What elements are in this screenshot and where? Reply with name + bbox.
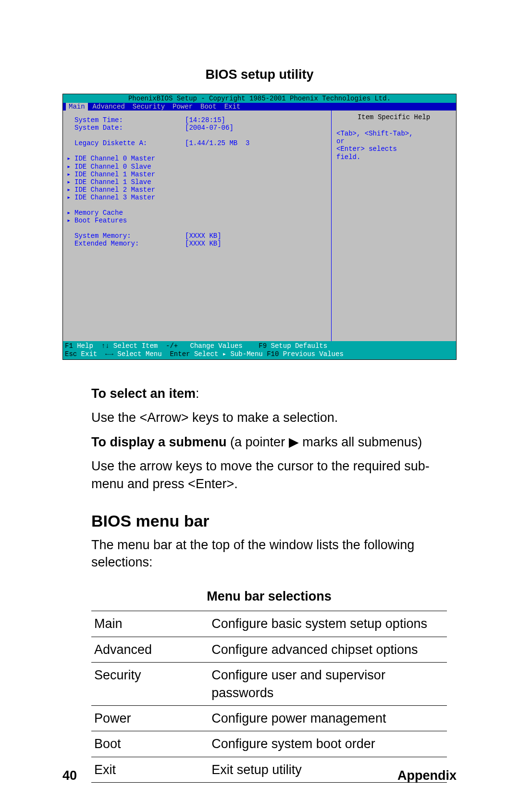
menu-desc: Configure system boot order [209,731,447,757]
key-leftright: ←→ [105,350,113,358]
menu-selections-table: MainConfigure basic system setup options… [91,611,447,783]
boot-features[interactable]: Boot Features [74,217,185,224]
bios-footer: F1 Help ↑↓ Select Item -/+ Change Values… [63,341,456,359]
key-f1: F1 [65,342,73,350]
footer-text: Select ▸ Sub-Menu [190,350,267,358]
key-plusminus: -/+ [166,342,178,350]
table-row: MainConfigure basic system setup options [91,611,447,637]
system-time-value[interactable]: [14:28:15] [185,116,225,124]
memory-cache[interactable]: Memory Cache [74,209,185,217]
system-date-label: System Date: [74,124,185,132]
tab-security[interactable]: Security [133,103,173,111]
help-line: <Enter> selects [336,145,451,153]
footer-text: Exit [77,350,105,358]
menu-desc: Configure user and supervisor passwords [209,663,447,706]
legacy-diskette-label: Legacy Diskette A: [74,139,185,147]
section-body: The menu bar at the top of the window li… [91,536,447,571]
tab-exit[interactable]: Exit [224,103,248,111]
help-line: field. [336,153,451,161]
menu-desc: Configure power management [209,706,447,731]
key-enter: Enter [170,350,190,358]
ide-ch1-master[interactable]: IDE Channel 1 Master [74,171,185,178]
bios-screenshot: PhoenixBIOS Setup - Copyright 1985-2001 … [62,94,457,360]
submenu-tail2: marks all submenus) [299,435,422,449]
bios-main-panel: System Time:[14:28:15] System Date:[2004… [63,111,331,341]
menu-desc: Configure basic system setup options [209,611,447,637]
menu-name: Security [91,663,209,706]
key-f9: F9 [259,342,267,350]
legacy-diskette-value[interactable]: [1.44/1.25 MB 3 [185,139,249,147]
tab-power[interactable]: Power [173,103,200,111]
system-time-label: System Time: [74,116,185,124]
page-title: BIOS setup utility [62,67,457,82]
key-esc: Esc [65,350,77,358]
table-row: BootConfigure system boot order [91,731,447,757]
footer-text: Previous Values [279,350,343,358]
table-row: SecurityConfigure user and supervisor pa… [91,663,447,706]
table-title: Menu bar selections [91,588,447,605]
select-heading: To select an item [91,386,196,401]
section-heading: BIOS menu bar [91,512,457,530]
submenu-body: Use the arrow keys to move the cursor to… [91,457,447,492]
bios-help-panel: Item Specific Help <Tab>, <Shift-Tab>, o… [331,111,456,341]
system-date-value[interactable]: [2004-07-06] [185,124,234,132]
submenu-heading: To display a submenu [91,435,227,449]
submenu-tail: (a pointer [227,435,289,449]
page-number: 40 [62,768,77,783]
menu-desc: Configure advanced chipset options [209,637,447,662]
footer-section: Appendix [397,768,457,783]
tab-main[interactable]: Main [66,103,88,111]
select-body: Use the <Arrow> keys to make a selection… [91,409,447,426]
bios-menubar: Main Advanced Security Power Boot Exit [63,103,456,111]
menu-name: Main [91,611,209,637]
table-row: PowerConfigure power management [91,706,447,731]
ide-ch3-master[interactable]: IDE Channel 3 Master [74,194,185,201]
ide-ch1-slave[interactable]: IDE Channel 1 Slave [74,178,185,186]
menu-name: Advanced [91,637,209,662]
footer-text: Help [73,342,101,350]
system-memory-value: [XXXX KB] [185,232,222,240]
bios-titlebar: PhoenixBIOS Setup - Copyright 1985-2001 … [63,94,456,103]
table-row: AdvancedConfigure advanced chipset optio… [91,637,447,662]
key-f10: F10 [267,350,279,358]
help-line: <Tab>, <Shift-Tab>, [336,130,451,137]
footer-text: Setup Defaults [267,342,327,350]
triangle-icon: ▶ [289,433,299,451]
extended-memory-label: Extended Memory: [74,240,185,247]
footer-text: Select Item [109,342,166,350]
help-line: or [336,137,451,145]
footer-text: Change Values [178,342,259,350]
menu-name: Boot [91,731,209,757]
key-updown: ↑↓ [101,342,110,350]
ide-ch2-master[interactable]: IDE Channel 2 Master [74,186,185,194]
tab-boot[interactable]: Boot [200,103,224,111]
tab-advanced[interactable]: Advanced [93,103,133,111]
footer-text: Select Menu [113,350,170,358]
ide-ch0-master[interactable]: IDE Channel 0 Master [74,155,185,162]
extended-memory-value: [XXXX KB] [185,240,222,247]
menu-name: Power [91,706,209,731]
help-title: Item Specific Help [336,113,451,121]
ide-ch0-slave[interactable]: IDE Channel 0 Slave [74,163,185,171]
system-memory-label: System Memory: [74,232,185,240]
